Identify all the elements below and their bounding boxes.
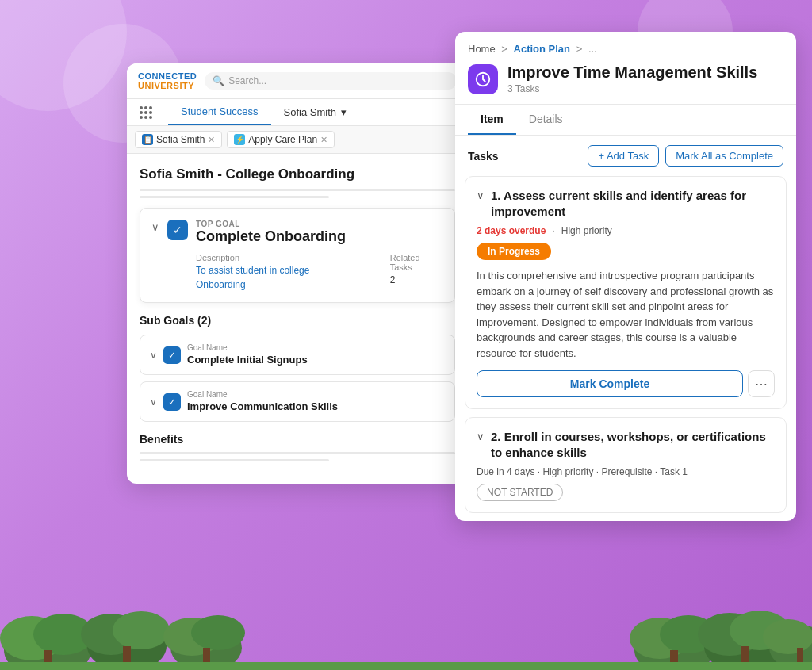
nav-chevron-icon: ▾: [341, 106, 347, 118]
goal-meta: Description To assist student in college…: [196, 253, 443, 291]
mark-all-complete-button[interactable]: Mark All as Complete: [665, 145, 783, 167]
breadcrumb: Home > Action Plan > ...: [455, 32, 796, 59]
task-1-title: 1. Assess current skills and identify ar…: [491, 188, 775, 219]
crm-tab-sofia[interactable]: 📋 Sofia Smith ✕: [135, 131, 222, 148]
search-bar[interactable]: 🔍 Search...: [205, 72, 457, 90]
svg-point-10: [163, 618, 220, 656]
add-task-button[interactable]: + Add Task: [588, 145, 659, 167]
crm-logo: CONNECTED UNIVERSITY: [138, 71, 197, 90]
svg-point-14: [630, 618, 690, 659]
logo-connected: CONNECTED: [138, 71, 197, 81]
sub-goal-1-info: Goal Name Complete Initial Signups: [187, 343, 308, 366]
tasks-actions: + Add Task Mark All as Complete: [588, 145, 783, 167]
tasks-toolbar: Tasks + Add Task Mark All as Complete: [455, 136, 796, 176]
crm-content: Sofia Smith - College Onboarding ∨ ✓ TOP…: [127, 154, 468, 484]
sub-goal-2-title: Improve Communication Skills: [187, 400, 338, 412]
svg-rect-4: [44, 650, 52, 670]
action-plan-icon: [468, 64, 498, 94]
crm-header: CONNECTED UNIVERSITY 🔍 Search...: [127, 63, 468, 99]
sub-goal-2-info: Goal Name Improve Communication Skills: [187, 390, 338, 413]
goal-description-value: To assist student in college Onboarding: [196, 265, 309, 290]
search-icon: 🔍: [213, 75, 224, 86]
svg-rect-12: [203, 648, 210, 670]
goal-checkbox[interactable]: ✓: [167, 220, 188, 240]
crm-tab-care-plan[interactable]: ⚡ Apply Care Plan ✕: [227, 131, 335, 148]
tasks-label: Tasks: [468, 150, 499, 163]
sub-goal-1-chevron[interactable]: ∨: [150, 350, 157, 361]
task-1-priority: High priority: [561, 225, 612, 236]
sub-goal-1-checkbox[interactable]: ✓: [163, 346, 181, 364]
care-plan-tab-label: Apply Care Plan: [248, 134, 317, 145]
sub-goal-1: ∨ ✓ Goal Name Complete Initial Signups: [140, 335, 455, 375]
nav-student-success-label: Student Success: [181, 105, 259, 117]
task-2-status-badge: NOT STARTED: [477, 484, 775, 501]
nav-sofia-smith[interactable]: Sofia Smith ▾: [271, 99, 359, 125]
benefits-title: Benefits: [140, 433, 455, 446]
logo-university: UNIVERSITY: [138, 81, 197, 90]
svg-rect-23: [797, 648, 803, 670]
action-panel: Home > Action Plan > ... Improve Time Ma…: [455, 32, 796, 521]
search-placeholder: Search...: [228, 75, 266, 86]
sub-goal-2-label: Goal Name: [187, 390, 338, 399]
sub-goal-2-checkbox[interactable]: ✓: [163, 393, 181, 411]
crm-page-title: Sofia Smith - College Onboarding: [140, 167, 455, 182]
related-tasks-value: 2: [390, 274, 396, 285]
svg-point-18: [698, 613, 761, 656]
task-2-header: ∨ 2. Enroll in courses, workshops, or ce…: [477, 429, 775, 460]
goal-label: TOP GOAL: [196, 220, 443, 228]
action-plan-subtitle: 3 Tasks: [508, 83, 757, 94]
action-header: Improve Time Management Skills 3 Tasks: [455, 59, 796, 105]
action-title-block: Improve Time Management Skills 3 Tasks: [508, 63, 757, 94]
sofia-tab-close[interactable]: ✕: [208, 135, 215, 145]
sub-goal-2-chevron[interactable]: ∨: [150, 396, 157, 408]
svg-point-13: [634, 625, 714, 670]
svg-point-9: [170, 624, 242, 670]
svg-point-2: [0, 616, 63, 660]
goal-title: Complete Onboarding: [196, 228, 443, 245]
sub-goal-1-title: Complete Initial Signups: [187, 354, 308, 366]
action-plan-title: Improve Time Management Skills: [508, 63, 757, 82]
task-1-status-badge: In Progress: [477, 243, 775, 268]
svg-point-21: [769, 626, 812, 670]
svg-rect-16: [670, 650, 678, 670]
goal-related-tasks: Related Tasks 2: [390, 253, 443, 291]
svg-rect-24: [0, 662, 812, 670]
breadcrumb-more: ...: [588, 43, 597, 55]
task-1: ∨ 1. Assess current skills and identify …: [465, 176, 787, 409]
breadcrumb-sep2: >: [576, 43, 583, 55]
svg-point-15: [660, 615, 717, 653]
svg-point-6: [81, 614, 141, 655]
goal-card: ∨ ✓ TOP GOAL Complete Onboarding Descrip…: [140, 208, 455, 303]
task-1-more-button[interactable]: ⋯: [748, 370, 775, 397]
care-plan-tab-close[interactable]: ✕: [320, 135, 327, 145]
goal-description: Description To assist student in college…: [196, 253, 358, 291]
benefits-divider-2: [140, 459, 329, 461]
tab-item[interactable]: Item: [468, 105, 516, 135]
breadcrumb-home: Home: [468, 43, 496, 55]
svg-point-1: [4, 622, 91, 670]
task-1-meta: 2 days overdue · High priority: [477, 225, 775, 236]
tab-details[interactable]: Details: [516, 105, 576, 135]
crm-nav: Student Success Sofia Smith ▾: [127, 99, 468, 126]
benefits-divider-1: [140, 452, 455, 454]
task-1-chevron[interactable]: ∨: [477, 190, 485, 201]
trees-decoration: [0, 575, 812, 670]
svg-point-11: [191, 615, 245, 650]
sub-goal-2: ∨ ✓ Goal Name Improve Communication Skil…: [140, 381, 455, 422]
goal-chevron-icon[interactable]: ∨: [151, 221, 159, 233]
action-tabs: Item Details: [455, 105, 796, 136]
breadcrumb-sep1: >: [501, 43, 508, 55]
nav-sofia-smith-label: Sofia Smith: [284, 106, 336, 118]
sub-goal-1-label: Goal Name: [187, 343, 308, 352]
nav-grid[interactable]: [127, 99, 168, 125]
task-2-title: 2. Enroll in courses, workshops, or cert…: [491, 429, 775, 460]
svg-point-7: [113, 611, 170, 649]
task-2-meta: Due in 4 days · High priority · Prerequi…: [477, 466, 775, 477]
nav-student-success[interactable]: Student Success: [168, 99, 271, 125]
sofia-tab-icon: 📋: [142, 134, 153, 145]
crm-tabs-row: 📋 Sofia Smith ✕ ⚡ Apply Care Plan ✕: [127, 126, 468, 154]
task-2: ∨ 2. Enroll in courses, workshops, or ce…: [465, 417, 787, 513]
breadcrumb-action-plan[interactable]: Action Plan: [514, 43, 571, 55]
mark-complete-button[interactable]: Mark Complete: [477, 370, 743, 397]
task-2-chevron[interactable]: ∨: [477, 431, 485, 442]
